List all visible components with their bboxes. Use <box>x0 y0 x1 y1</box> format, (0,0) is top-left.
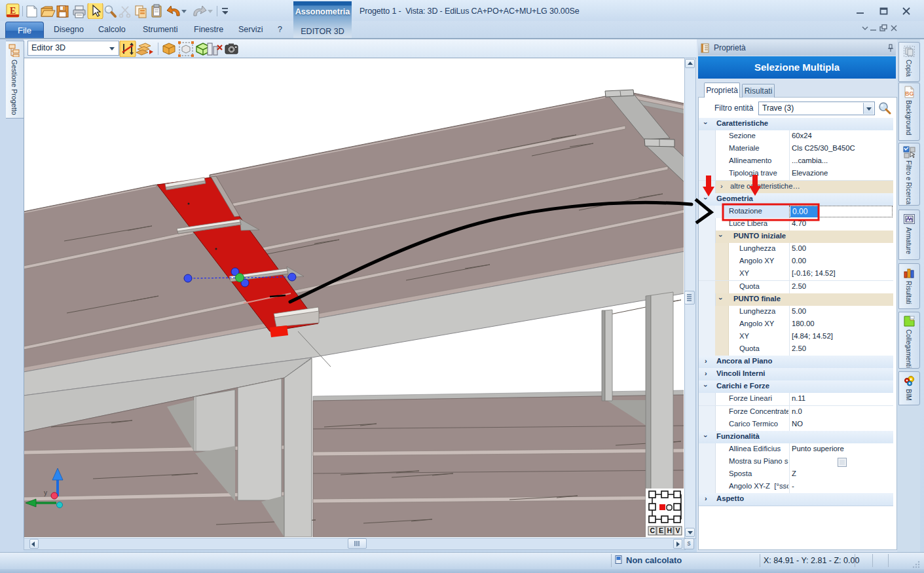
svg-text:E: E <box>10 6 16 16</box>
svg-text:y: y <box>44 489 47 496</box>
svg-text:E: E <box>659 527 663 534</box>
svg-text:C: C <box>650 527 656 534</box>
svg-text:BG: BG <box>905 90 914 97</box>
svg-text:H: H <box>667 527 673 534</box>
svg-text:V: V <box>676 527 680 534</box>
